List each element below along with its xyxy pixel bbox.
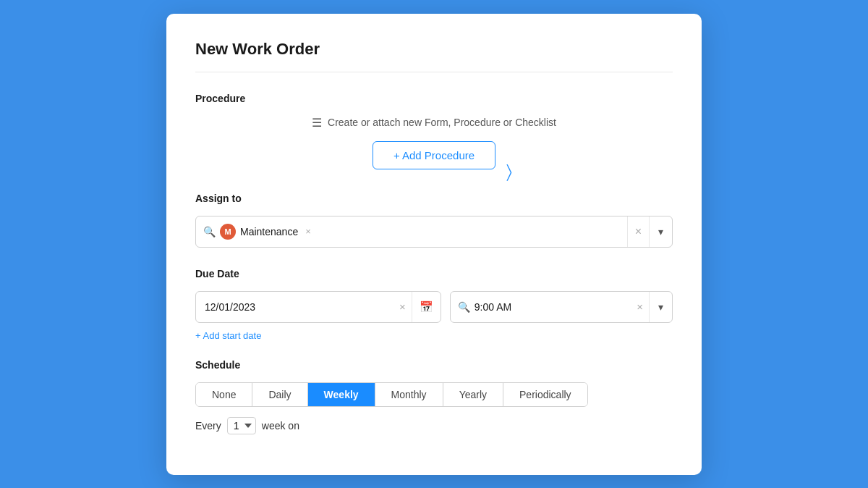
assign-user-name: Maintenance <box>240 226 298 237</box>
new-work-order-modal: New Work Order Procedure ☰ Create or att… <box>166 14 702 475</box>
add-start-date-link[interactable]: + Add start date <box>195 330 261 341</box>
date-icons: × 📅 <box>393 292 441 322</box>
tab-monthly[interactable]: Monthly <box>375 383 443 406</box>
week-on-label: week on <box>262 420 299 432</box>
schedule-label: Schedule <box>195 359 673 371</box>
modal-title: New Work Order <box>195 40 673 72</box>
schedule-section: Schedule None Daily Weekly Monthly Yearl… <box>195 359 673 434</box>
add-procedure-label: + Add Procedure <box>393 149 475 161</box>
time-value: 9:00 AM <box>475 301 631 313</box>
list-icon: ☰ <box>312 116 322 130</box>
time-controls: × ▾ <box>631 292 672 322</box>
add-procedure-button[interactable]: + Add Procedure 〉 <box>373 141 495 169</box>
assign-clear-button[interactable]: × <box>628 216 649 247</box>
date-value: 12/01/2023 <box>205 301 393 313</box>
assign-search-icon: 🔍 <box>203 226 216 237</box>
date-input[interactable]: 12/01/2023 × 📅 <box>195 291 441 323</box>
every-select[interactable]: 1 2 3 4 <box>227 417 256 434</box>
tab-daily[interactable]: Daily <box>252 383 307 406</box>
schedule-tabs: None Daily Weekly Monthly Yearly Periodi… <box>195 382 588 407</box>
assign-to-input[interactable]: 🔍 M Maintenance × × ▾ <box>195 216 673 248</box>
assign-dropdown-button[interactable]: ▾ <box>649 216 672 247</box>
time-clear-button[interactable]: × <box>631 292 649 322</box>
due-date-label: Due Date <box>195 268 673 279</box>
assign-to-label: Assign to <box>195 193 673 204</box>
time-dropdown-button[interactable]: ▾ <box>649 292 672 322</box>
assign-tag-remove[interactable]: × <box>305 226 311 237</box>
time-search-icon: 🔍 <box>458 301 470 313</box>
time-input[interactable]: 🔍 9:00 AM × ▾ <box>450 291 673 323</box>
every-label: Every <box>195 420 221 432</box>
tab-weekly[interactable]: Weekly <box>308 383 375 406</box>
tab-periodically[interactable]: Periodically <box>503 383 587 406</box>
date-clear-button[interactable]: × <box>393 292 412 322</box>
assign-avatar: M <box>220 224 236 240</box>
cursor-icon: 〉 <box>506 161 512 182</box>
date-calendar-button[interactable]: 📅 <box>412 292 441 322</box>
assign-tag: M Maintenance × <box>220 224 627 240</box>
assign-to-section: Assign to 🔍 M Maintenance × × ▾ <box>195 193 673 248</box>
procedure-hint: ☰ Create or attach new Form, Procedure o… <box>195 116 673 130</box>
procedure-label: Procedure <box>195 93 673 104</box>
tab-yearly[interactable]: Yearly <box>443 383 503 406</box>
tab-none[interactable]: None <box>196 383 252 406</box>
due-date-row: 12/01/2023 × 📅 🔍 9:00 AM × ▾ <box>195 291 673 323</box>
due-date-section: Due Date 12/01/2023 × 📅 🔍 9:00 AM × ▾ + … <box>195 268 673 342</box>
procedure-section: Procedure ☰ Create or attach new Form, P… <box>195 93 673 169</box>
every-row: Every 1 2 3 4 week on <box>195 417 673 434</box>
assign-controls: × ▾ <box>627 216 672 247</box>
procedure-hint-text: Create or attach new Form, Procedure or … <box>328 117 556 128</box>
